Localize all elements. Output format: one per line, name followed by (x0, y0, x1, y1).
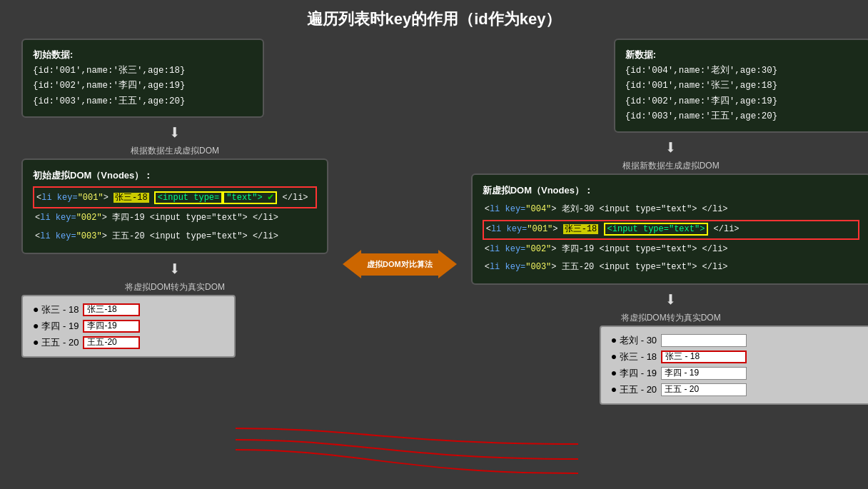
right-convert-label: 将虚拟DOM转为真实DOM (621, 312, 721, 324)
compare-area: 虚拟DOM对比算法 (343, 124, 457, 405)
left-arrow-label: 根据数据生成虚拟DOM (131, 145, 219, 157)
right-arrow-section: ⬇ 根据新数据生成虚拟DOM (471, 133, 868, 173)
right-vdom-row-1: <li key="004"> 老刘-30 <input type="text">… (483, 201, 859, 218)
right-input-3[interactable] (661, 367, 747, 380)
right-bullet-2: ● (611, 351, 617, 363)
right-down-arrow-icon: ⬇ (665, 136, 677, 160)
left-data-line-3: {id:'003',name:'王五',age:20} (33, 94, 253, 109)
left-data-line-2: {id:'002',name:'李四',age:19} (33, 79, 253, 94)
left-vdom-box: 初始虚拟DOM（Vnodes）： <li key="001"> 张三-18 <i… (21, 158, 328, 254)
right-result-row-2: ● 张三 - 18 (611, 351, 859, 363)
left-item-text-3: 王五 - 20 (41, 336, 79, 349)
left-bullet-2: ● (33, 321, 39, 332)
right-data-line-2: {id:'001',name:'张三',age:18} (625, 79, 859, 94)
right-item-text-2: 张三 - 18 (620, 351, 657, 363)
left-arrow-icon (343, 250, 361, 278)
right-result-row-3: ● 李四 - 19 (611, 367, 859, 380)
right-vdom-row-3: <li key="002"> 李四-19 <input type="text">… (483, 241, 859, 258)
left-down-arrow-icon: ⬇ (169, 121, 181, 145)
left-result-row-1: ● 张三 - 18 (33, 303, 224, 316)
right-item-text-3: 李四 - 19 (620, 367, 657, 380)
right-bullet-1: ● (611, 335, 617, 346)
right-bullet-3: ● (611, 368, 617, 379)
left-vdom-row-1: <li key="001"> 张三-18 <input type="text">… (33, 186, 317, 208)
right-vdom-input-2: <input type="text"> (604, 223, 709, 236)
right-data-line-3: {id:'002',name:'李四',age:19} (625, 94, 859, 109)
left-convert-label: 将虚拟DOM转为真实DOM (125, 281, 225, 293)
left-down-arrow-2-icon: ⬇ (169, 257, 181, 281)
right-arrow-label: 根据新数据生成虚拟DOM (622, 160, 720, 172)
right-result-row-1: ● 老刘 - 30 (611, 334, 859, 347)
right-dom-results: ● 老刘 - 30 ● 张三 - 18 ● 李四 - 19 ● 王五 - 20 (600, 326, 868, 405)
right-arrow-icon (438, 250, 457, 278)
left-vdom-label: 初始虚拟DOM（Vnodes）： (33, 167, 317, 183)
left-vdom-row-2: <li key="002"> 李四-19 <input type="text">… (33, 210, 317, 227)
left-result-row-3: ● 王五 - 20 (33, 336, 224, 349)
left-data-box: 初始数据: {id:'001',name:'张三',age:18} {id:'0… (21, 39, 264, 118)
left-dom-results: ● 张三 - 18 ● 李四 - 19 ● 王五 - 20 (21, 295, 236, 358)
right-vdom-text-2: 张三-18 (563, 224, 599, 234)
left-vdom-input-1: <input type= (154, 191, 223, 204)
left-input-3[interactable] (83, 336, 140, 349)
right-data-label: 新数据: (625, 49, 656, 60)
right-input-1[interactable] (661, 334, 747, 347)
right-result-row-4: ● 王五 - 20 (611, 383, 859, 396)
compare-arrows: 虚拟DOM对比算法 (343, 250, 457, 278)
right-data-line-1: {id:'004',name:'老刘',age:30} (625, 64, 859, 79)
right-vdom-row-2: <li key="001"> 张三-18 <input type="text">… (483, 220, 859, 240)
right-data-box: 新数据: {id:'004',name:'老刘',age:30} {id:'00… (614, 39, 868, 133)
right-item-text-4: 王五 - 20 (620, 383, 657, 396)
right-bullet-4: ● (611, 384, 617, 395)
left-convert-section: ⬇ 将虚拟DOM转为真实DOM (21, 254, 328, 295)
right-vdom-label: 新虚拟DOM（Vnodes）： (483, 182, 859, 198)
left-vdom-text-1: 张三-18 (113, 193, 149, 203)
left-input-2[interactable] (83, 320, 140, 333)
left-bullet-3: ● (33, 337, 39, 348)
left-item-text-1: 张三 - 18 (41, 303, 79, 316)
compare-label: 虚拟DOM对比算法 (361, 253, 438, 276)
right-vdom-row-4: <li key="003"> 王五-20 <input type="text">… (483, 259, 859, 276)
left-data-label: 初始数据: (33, 49, 73, 60)
left-vdom-row-3: <li key="003"> 王五-20 <input type="text">… (33, 228, 317, 246)
left-input-1[interactable] (83, 303, 140, 316)
page-title: 遍历列表时key的作用（id作为key） (0, 0, 868, 36)
left-bullet-1: ● (33, 304, 39, 316)
right-convert-section: ⬇ 将虚拟DOM转为真实DOM (471, 285, 868, 326)
left-data-line-1: {id:'001',name:'张三',age:18} (33, 64, 253, 79)
right-vdom-box: 新虚拟DOM（Vnodes）： <li key="004"> 老刘-30 <in… (471, 173, 868, 285)
right-input-4[interactable] (661, 383, 747, 396)
right-item-text-1: 老刘 - 30 (620, 334, 657, 347)
right-input-2[interactable] (661, 351, 747, 363)
right-down-arrow-2-icon: ⬇ (665, 288, 677, 312)
left-arrow-section: ⬇ 根据数据生成虚拟DOM (21, 118, 328, 158)
left-result-row-2: ● 李四 - 19 (33, 320, 224, 333)
right-data-line-4: {id:'003',name:'王五',age:20} (625, 109, 859, 124)
left-item-text-2: 李四 - 19 (41, 320, 79, 333)
